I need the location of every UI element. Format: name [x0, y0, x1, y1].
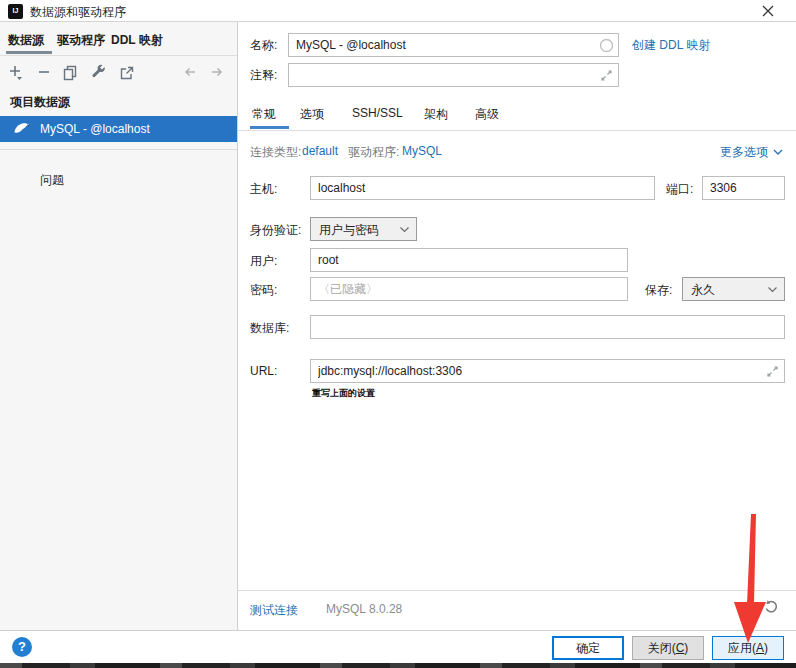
- revert-icon[interactable]: [763, 598, 780, 615]
- ok-button[interactable]: 确定: [552, 636, 624, 660]
- close-button[interactable]: 关闭(C): [632, 636, 704, 660]
- window-title: 数据源和驱动程序: [30, 4, 126, 21]
- close-button-text: 关闭(: [648, 641, 676, 655]
- create-ddl-mapping-link[interactable]: 创建 DDL 映射: [632, 37, 710, 54]
- save-label: 保存:: [645, 282, 672, 299]
- settings-panel: 名称: 创建 DDL 映射 注释: 常规 选项 SSH/SSL 架构 高级 连接…: [238, 22, 796, 630]
- name-field-wrap: [288, 33, 619, 57]
- close-icon[interactable]: [758, 2, 778, 20]
- apply-button-mnemonic: A: [756, 641, 764, 655]
- name-input[interactable]: [289, 34, 618, 56]
- mysql-dolphin-icon: [13, 120, 31, 138]
- tab-ssh-ssl[interactable]: SSH/SSL: [352, 106, 403, 120]
- tab-options[interactable]: 选项: [300, 106, 324, 123]
- comment-field-wrap: [288, 63, 619, 87]
- apply-button[interactable]: 应用(A): [712, 636, 784, 660]
- left-panel: 数据源 驱动程序 DDL 映射 项目数据源 MySQL - @localhost…: [0, 22, 237, 630]
- database-input[interactable]: [311, 316, 784, 338]
- port-field-wrap: [702, 176, 785, 200]
- wrench-icon[interactable]: [90, 64, 108, 82]
- port-input[interactable]: [703, 177, 784, 199]
- tree-item-mysql-localhost[interactable]: MySQL - @localhost: [0, 116, 237, 142]
- database-label: 数据库:: [250, 320, 289, 337]
- background-window-strip: [0, 663, 796, 668]
- loading-circle-icon: [599, 38, 614, 53]
- forward-arrow-icon[interactable]: [208, 64, 226, 82]
- url-input[interactable]: [311, 360, 784, 382]
- expand-icon[interactable]: [765, 364, 780, 379]
- project-data-sources-header: 项目数据源: [10, 94, 70, 111]
- authentication-select[interactable]: 用户与密码: [310, 217, 417, 241]
- password-label: 密码:: [250, 282, 277, 299]
- port-label: 端口:: [666, 181, 693, 198]
- expand-icon[interactable]: [599, 68, 614, 83]
- duplicate-icon[interactable]: [62, 64, 80, 82]
- selected-form-tab-underline: [250, 126, 289, 129]
- status-divider: [238, 590, 796, 591]
- password-field-wrap: [310, 277, 628, 301]
- tab-general[interactable]: 常规: [252, 106, 276, 123]
- apply-button-text: 应用(: [728, 641, 756, 655]
- comment-input[interactable]: [289, 64, 618, 86]
- driver-version-text: MySQL 8.0.28: [326, 602, 402, 616]
- tab-drivers[interactable]: 驱动程序: [57, 32, 105, 49]
- close-button-text: ): [684, 641, 688, 655]
- connection-type-value[interactable]: default: [302, 144, 338, 158]
- back-arrow-icon[interactable]: [182, 64, 200, 82]
- driver-value[interactable]: MySQL: [402, 144, 442, 158]
- tab-data-sources[interactable]: 数据源: [8, 32, 44, 49]
- tree-item-problems[interactable]: 问题: [40, 172, 64, 189]
- url-label: URL:: [250, 364, 277, 378]
- dialog-footer: ? 确定 关闭(C) 应用(A): [0, 630, 796, 663]
- save-select[interactable]: 永久: [682, 277, 785, 301]
- chevron-down-icon: [399, 225, 410, 234]
- chevron-down-icon: [767, 285, 778, 294]
- test-connection-link[interactable]: 测试连接: [250, 602, 298, 619]
- name-label: 名称:: [250, 37, 277, 54]
- tab-strip-divider: [0, 55, 237, 56]
- chevron-down-icon[interactable]: [772, 147, 784, 157]
- password-input[interactable]: [311, 278, 627, 300]
- tab-advanced[interactable]: 高级: [475, 106, 499, 123]
- comment-label: 注释:: [250, 67, 277, 84]
- authentication-value: 用户与密码: [319, 222, 379, 239]
- apply-button-text: ): [764, 641, 768, 655]
- export-icon[interactable]: [118, 64, 136, 82]
- url-field-wrap: [310, 359, 785, 383]
- remove-icon[interactable]: [36, 64, 54, 82]
- add-icon[interactable]: [8, 64, 26, 82]
- host-input[interactable]: [311, 177, 654, 199]
- selected-tab-underline: [6, 51, 52, 54]
- tab-ddl-mappings[interactable]: DDL 映射: [111, 32, 163, 49]
- driver-label: 驱动程序:: [348, 144, 399, 161]
- host-label: 主机:: [250, 181, 277, 198]
- user-label: 用户:: [250, 253, 277, 270]
- host-field-wrap: [310, 176, 655, 200]
- save-value: 永久: [691, 282, 715, 299]
- help-icon[interactable]: ?: [12, 637, 32, 657]
- form-tab-divider: [238, 130, 796, 131]
- intellij-logo-icon: IJ: [8, 4, 23, 19]
- tree-item-label: MySQL - @localhost: [40, 116, 150, 142]
- user-field-wrap: [310, 248, 628, 272]
- url-override-hint: 重写上面的设置: [312, 387, 375, 400]
- tree-divider: [0, 149, 237, 150]
- database-field-wrap: [310, 315, 785, 339]
- more-options-link[interactable]: 更多选项: [720, 144, 768, 161]
- connection-type-label: 连接类型:: [250, 144, 301, 161]
- tab-schemas[interactable]: 架构: [424, 106, 448, 123]
- authentication-label: 身份验证:: [250, 222, 301, 239]
- user-input[interactable]: [311, 249, 627, 271]
- title-bar: IJ 数据源和驱动程序: [0, 0, 796, 22]
